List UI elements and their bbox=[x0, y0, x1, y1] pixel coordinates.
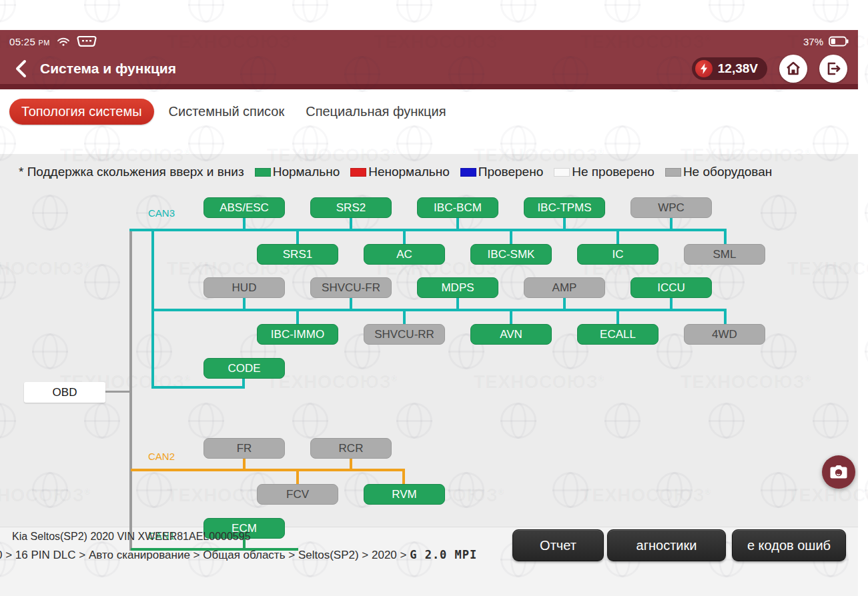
camera-screenshot-button[interactable] bbox=[822, 455, 855, 489]
node-ibc-tpms[interactable]: IBC-TPMS bbox=[524, 197, 605, 218]
watermark-globe bbox=[84, 0, 120, 23]
title-bar: Система и функция 12,38V bbox=[0, 53, 858, 84]
node-fcv[interactable]: FCV bbox=[257, 484, 338, 505]
node-shvcu-fr[interactable]: SHVCU-FR bbox=[310, 277, 392, 298]
engine-variant: G 2.0 MPI bbox=[410, 548, 477, 561]
bus-line bbox=[563, 217, 566, 230]
node-abs-esc[interactable]: ABS/ESC bbox=[203, 197, 285, 218]
tab-bar: Топология системыСистемный списокСпециал… bbox=[0, 89, 858, 154]
report-button[interactable]: Отчет bbox=[512, 529, 604, 561]
bottom-bar: Kia Seltos(SP2) 2020 VIN XWEER81AEL00005… bbox=[0, 527, 858, 596]
home-button[interactable] bbox=[779, 55, 807, 83]
bus-line bbox=[105, 391, 129, 393]
bus-line bbox=[456, 217, 459, 230]
content-area: * Поддержка скольжения вверх и вниз Норм… bbox=[0, 154, 858, 557]
bus-line bbox=[296, 310, 299, 324]
bus-line bbox=[296, 470, 299, 484]
node-amp[interactable]: AMP bbox=[524, 277, 605, 298]
node-mdps[interactable]: MDPS bbox=[417, 277, 498, 298]
tab-topology[interactable]: Топология системы bbox=[9, 99, 154, 125]
tab-system-list[interactable]: Системный список bbox=[162, 99, 292, 125]
node-rvm[interactable]: RVM bbox=[364, 484, 445, 505]
page-title: Система и функция bbox=[40, 61, 176, 77]
bus-line bbox=[243, 457, 246, 470]
watermark-globe bbox=[865, 195, 868, 231]
node-avn[interactable]: AVN bbox=[470, 324, 552, 345]
app-window: 05:25 PM bbox=[0, 30, 858, 596]
bus-line bbox=[724, 229, 727, 245]
bus-line bbox=[350, 457, 352, 470]
back-button[interactable] bbox=[11, 59, 31, 79]
bus-line bbox=[129, 229, 727, 231]
node-code[interactable]: CODE bbox=[203, 358, 285, 379]
watermark-globe bbox=[396, 0, 432, 23]
battery-icon bbox=[829, 36, 849, 47]
bus-line bbox=[403, 230, 406, 244]
node-sml[interactable]: SML bbox=[684, 244, 765, 265]
lightning-icon bbox=[695, 60, 713, 77]
bus-line bbox=[456, 297, 459, 310]
bus-line bbox=[616, 310, 619, 324]
watermark-globe bbox=[865, 56, 868, 92]
node-srs2[interactable]: SRS2 bbox=[310, 197, 392, 218]
breadcrumb: 0 > 16 PIN DLC > Авто сканирование > Общ… bbox=[0, 548, 477, 562]
obd-connector-icon bbox=[77, 35, 97, 47]
watermark-globe bbox=[813, 0, 849, 23]
watermark-globe bbox=[188, 0, 224, 23]
wifi-icon bbox=[57, 36, 70, 47]
node-wpc[interactable]: WPC bbox=[630, 197, 712, 218]
clock: 05:25 PM bbox=[9, 36, 50, 47]
bus-line bbox=[670, 297, 673, 310]
node-rcr[interactable]: RCR bbox=[310, 438, 392, 459]
bus-line bbox=[563, 297, 566, 310]
node-obd[interactable]: OBD bbox=[24, 382, 105, 403]
bus-line bbox=[402, 469, 405, 484]
clear-dtc-button[interactable]: е кодов ошиб bbox=[732, 529, 846, 561]
status-bar: 05:25 PM bbox=[0, 30, 858, 53]
bus-line bbox=[670, 217, 673, 230]
watermark-globe bbox=[604, 0, 640, 23]
bus-line bbox=[510, 230, 512, 244]
battery-percent: 37% bbox=[803, 36, 823, 47]
bus-line bbox=[296, 230, 299, 244]
watermark-globe bbox=[0, 0, 16, 23]
node-srs1[interactable]: SRS1 bbox=[257, 244, 338, 265]
node-fr[interactable]: FR bbox=[203, 438, 285, 459]
diagnostics-button[interactable]: агностики bbox=[607, 529, 726, 561]
node-hud[interactable]: HUD bbox=[203, 277, 285, 298]
watermark-globe bbox=[292, 0, 328, 23]
bus-line bbox=[350, 217, 352, 230]
watermark-globe bbox=[709, 0, 745, 23]
bus-line bbox=[243, 297, 246, 310]
bus-line bbox=[243, 217, 246, 230]
bus-line bbox=[616, 230, 619, 244]
battery-voltage-pill: 12,38V bbox=[692, 57, 767, 80]
watermark-globe bbox=[865, 333, 868, 369]
bus-line bbox=[129, 229, 132, 551]
diagnostic-app-screen: 05:25 PM bbox=[0, 0, 868, 596]
bus-line bbox=[403, 310, 406, 324]
node-ibc-bcm[interactable]: IBC-BCM bbox=[417, 197, 498, 218]
bus-line bbox=[131, 469, 405, 471]
exit-button[interactable] bbox=[819, 55, 847, 83]
node-ecall[interactable]: ECALL bbox=[577, 324, 659, 345]
node-ac[interactable]: AC bbox=[364, 244, 445, 265]
voltage-value: 12,38V bbox=[718, 61, 758, 76]
node-ibc-immo[interactable]: IBC-IMMO bbox=[257, 324, 338, 345]
bus-line bbox=[724, 309, 727, 325]
watermark-globe bbox=[500, 0, 536, 23]
node-ibc-smk[interactable]: IBC-SMK bbox=[470, 244, 552, 265]
bus-label-can2: CAN2 bbox=[148, 451, 175, 462]
node-iccu[interactable]: ICCU bbox=[630, 277, 712, 298]
node-ic[interactable]: IC bbox=[577, 244, 659, 265]
node-shvcu-rr[interactable]: SHVCU-RR bbox=[364, 324, 445, 345]
system-topology-diagram: CAN3CAN2CAN1ABS/ESCSRS2IBC-BCMIBC-TPMSWP… bbox=[0, 154, 858, 557]
header-shadow-strip bbox=[0, 84, 858, 89]
bus-line bbox=[151, 386, 245, 389]
watermark-globe bbox=[865, 472, 868, 508]
bus-line bbox=[510, 310, 512, 324]
node-4wd[interactable]: 4WD bbox=[684, 324, 765, 345]
tab-special-function[interactable]: Специальная функция bbox=[299, 99, 452, 125]
bus-line bbox=[151, 309, 727, 311]
bus-line bbox=[350, 297, 352, 310]
